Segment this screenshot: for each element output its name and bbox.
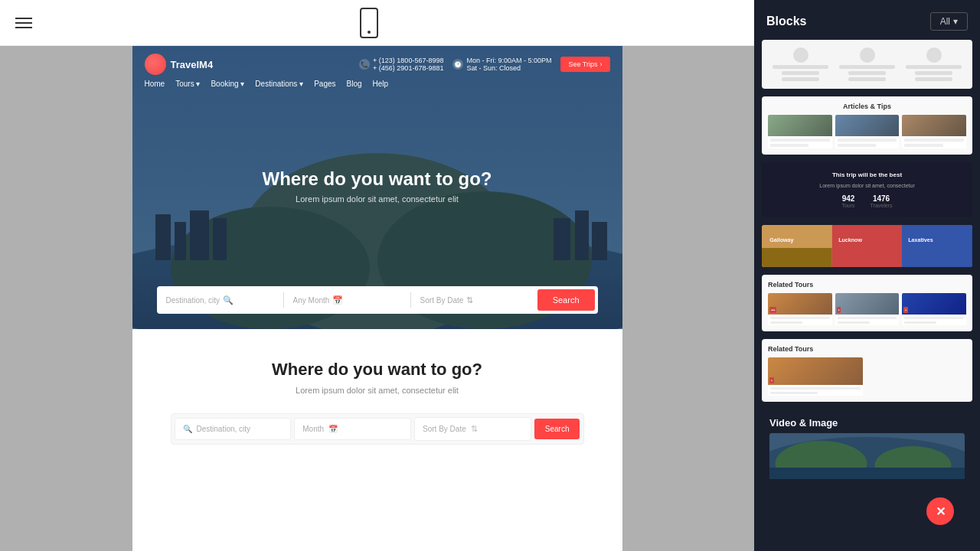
section-month-field[interactable]: Month 📅 bbox=[294, 418, 411, 440]
stat-tours-num: 942 bbox=[841, 194, 854, 203]
related-item-2: • bbox=[835, 293, 900, 325]
related-tours-2-title: Related Tours bbox=[768, 345, 966, 353]
dark-block-title: This trip will be the best bbox=[768, 171, 966, 178]
related-img-2: • bbox=[835, 293, 900, 315]
see-trips-button[interactable]: See Trips › bbox=[560, 57, 609, 72]
header-contact: 📞 + (123) 1800-567-8998 + (456) 2901-678… bbox=[359, 57, 609, 72]
hero-search-button[interactable]: Search bbox=[537, 289, 595, 311]
site-header: TravelM4 📞 + (123) 1800-567-8998 + (456)… bbox=[132, 46, 622, 96]
hours1: Mon - Fri: 9:00AM - 5:00PM bbox=[466, 57, 551, 64]
dropdown-chevron-icon: ▾ bbox=[953, 16, 958, 27]
related-item-1: ••• bbox=[768, 293, 832, 325]
main-canvas: TravelM4 📞 + (123) 1800-567-8998 + (456)… bbox=[0, 0, 754, 551]
landscape-center: Lucknow bbox=[832, 225, 903, 267]
all-label: All bbox=[940, 16, 950, 27]
dark-block-stats: 942 Tours 1476 Travelers bbox=[768, 194, 966, 208]
dark-block-text: Lorem ipsum dolor sit amet, consectetur bbox=[768, 183, 966, 188]
sort-field[interactable]: Sort By Date ⇅ bbox=[414, 291, 534, 310]
block-card-dark-stats[interactable]: This trip will be the best Lorem ipsum d… bbox=[762, 162, 972, 217]
mobile-preview-icon[interactable] bbox=[360, 8, 378, 38]
divider-2 bbox=[410, 292, 411, 308]
section-search-icon: 🔍 bbox=[183, 425, 192, 433]
see-trips-label: See Trips bbox=[568, 60, 597, 68]
section-sort-icon: ⇅ bbox=[471, 424, 478, 434]
block-card-related-tours[interactable]: Related Tours ••• • bbox=[762, 275, 972, 331]
related2-row: • bbox=[768, 357, 966, 396]
header-nav: Home Tours Booking Destinations Pages Bl… bbox=[145, 80, 610, 88]
related-badge-2: • bbox=[837, 307, 841, 313]
close-icon: ✕ bbox=[936, 504, 946, 519]
article-item-2 bbox=[835, 115, 900, 148]
hero-search-bar: Destination, city 🔍 Any Month 📅 Sort By … bbox=[157, 286, 598, 314]
section-sort-field[interactable]: Sort By Date ⇅ bbox=[414, 417, 531, 441]
article-line-4 bbox=[838, 144, 876, 147]
clock-icon: 🕐 bbox=[452, 59, 463, 70]
nav-pages[interactable]: Pages bbox=[314, 80, 335, 88]
nav-booking[interactable]: Booking bbox=[211, 80, 244, 88]
section-calendar-icon: 📅 bbox=[328, 425, 338, 433]
related-line-2 bbox=[770, 321, 802, 324]
blocks-list[interactable]: Articles & Tips bbox=[754, 40, 980, 505]
article-img-2 bbox=[835, 115, 900, 136]
related-badge-3: • bbox=[903, 307, 908, 313]
stat-travelers: 1476 Travelers bbox=[871, 194, 893, 208]
stat-tours: 942 Tours bbox=[841, 194, 854, 208]
article-line-5 bbox=[904, 139, 964, 142]
destination-field[interactable]: Destination, city 🔍 bbox=[160, 291, 280, 310]
video-thumbnail[interactable] bbox=[769, 433, 965, 479]
close-button[interactable]: ✕ bbox=[926, 497, 954, 525]
related-line-4 bbox=[838, 321, 870, 324]
month-field[interactable]: Any Month 📅 bbox=[287, 291, 407, 310]
hamburger-menu[interactable] bbox=[15, 18, 32, 28]
block-card-landscape[interactable]: Galloway Lucknow Laxatives bbox=[762, 225, 972, 267]
article-img-3 bbox=[902, 115, 966, 136]
logo-icon bbox=[145, 54, 166, 75]
block-card-related-tours-2[interactable]: Related Tours • bbox=[762, 339, 972, 402]
feature-item-1 bbox=[769, 47, 831, 81]
section-sort-placeholder: Sort By Date bbox=[423, 425, 466, 433]
related2-item-1: • bbox=[768, 357, 863, 396]
section-destination-field[interactable]: 🔍 Destination, city bbox=[175, 418, 292, 440]
related-item-3: • bbox=[902, 293, 966, 325]
white-section: Where do you want to go? Lorem ipsum dol… bbox=[132, 329, 622, 468]
related-line-3 bbox=[838, 317, 897, 319]
section-destination-placeholder: Destination, city bbox=[197, 425, 251, 433]
page-preview: TravelM4 📞 + (123) 1800-567-8998 + (456)… bbox=[132, 46, 622, 551]
block-card-articles[interactable]: Articles & Tips bbox=[762, 96, 972, 155]
section-subtitle: Lorem ipsum dolor sit amet, consectetur … bbox=[148, 386, 607, 395]
canvas-area: TravelM4 📞 + (123) 1800-567-8998 + (456)… bbox=[0, 46, 754, 551]
all-filter-button[interactable]: All ▾ bbox=[930, 12, 968, 31]
articles-block: Articles & Tips bbox=[762, 96, 972, 155]
related-line-6 bbox=[904, 321, 936, 324]
svg-rect-16 bbox=[832, 225, 903, 267]
divider-1 bbox=[283, 292, 284, 308]
articles-row bbox=[768, 115, 966, 148]
phone1: + (123) 1800-567-8998 bbox=[373, 57, 443, 64]
related2-badge-1: • bbox=[769, 377, 774, 383]
right-panel: Blocks All ▾ bbox=[754, 0, 980, 551]
svg-rect-24 bbox=[769, 468, 965, 479]
stat-travelers-num: 1476 bbox=[871, 194, 893, 203]
block-card-features[interactable] bbox=[762, 40, 972, 89]
video-section-label: Video & Image bbox=[762, 409, 972, 433]
nav-destinations[interactable]: Destinations bbox=[255, 80, 303, 88]
svg-text:Galloway: Galloway bbox=[769, 237, 793, 243]
search-icon: 🔍 bbox=[223, 295, 234, 305]
related-img-3: • bbox=[902, 293, 966, 315]
article-item-3 bbox=[902, 115, 966, 148]
article-img-1 bbox=[768, 115, 832, 136]
panel-header: Blocks All ▾ bbox=[754, 0, 980, 40]
related2-line-1 bbox=[770, 387, 861, 390]
nav-help[interactable]: Help bbox=[373, 80, 389, 88]
section-search-button[interactable]: Search bbox=[534, 419, 580, 439]
article-line-6 bbox=[904, 144, 942, 147]
nav-blog[interactable]: Blog bbox=[347, 80, 362, 88]
article-item-1 bbox=[768, 115, 832, 148]
article-line-2 bbox=[770, 144, 808, 147]
toolbar bbox=[0, 0, 754, 46]
article-line-1 bbox=[770, 139, 830, 142]
nav-tours[interactable]: Tours bbox=[175, 80, 200, 88]
nav-home[interactable]: Home bbox=[145, 80, 165, 88]
phone-icon: 📞 bbox=[359, 59, 370, 70]
landscape-right: Laxatives bbox=[902, 225, 972, 267]
